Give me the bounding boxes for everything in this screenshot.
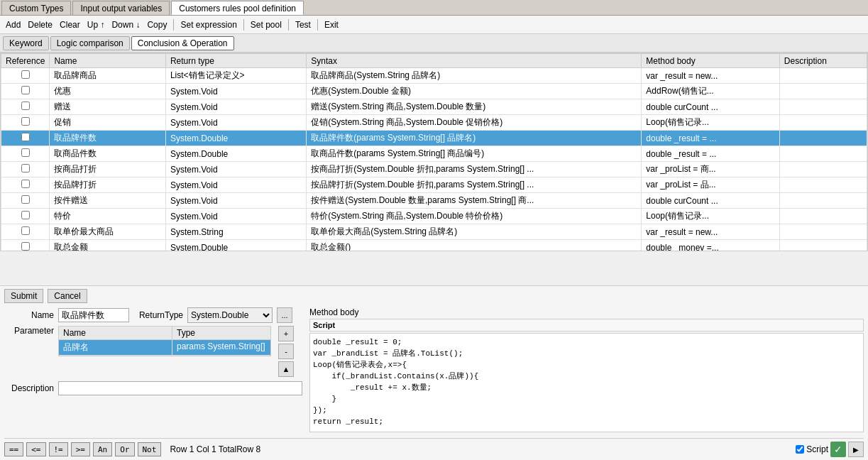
ok-icon[interactable]: ✓ <box>830 442 846 457</box>
table-row[interactable]: 取总金额 System.Double 取总金额() double _money … <box>1 240 867 252</box>
move-param-button[interactable]: ▲ <box>278 361 294 377</box>
row-name: 按品牌打折 <box>50 177 166 193</box>
op-an-button[interactable]: An <box>93 442 112 456</box>
delete-button[interactable]: Delete <box>25 19 55 31</box>
op-not-button[interactable]: Not <box>138 442 162 456</box>
down-button[interactable]: Down ↓ <box>109 19 143 31</box>
row-checkbox[interactable] <box>21 180 30 188</box>
status-text: Row 1 Col 1 TotalRow 8 <box>170 444 793 454</box>
row-syntax: 按商品打折(System.Double 折扣,params System.Str… <box>307 162 642 177</box>
row-checkbox-cell <box>1 68 50 84</box>
test-button[interactable]: Test <box>292 19 314 31</box>
sub-tab-conclusion[interactable]: Conclusion & Operation <box>131 36 234 50</box>
table-row[interactable]: 按件赠送 System.Void 按件赠送(System.Double 数量,p… <box>1 193 867 209</box>
desc-input[interactable] <box>58 381 302 395</box>
script-area[interactable]: double _result = 0; var _brandList = 品牌名… <box>309 333 864 432</box>
param-header: Name Type <box>59 327 270 340</box>
row-name: 按商品打折 <box>50 162 166 177</box>
data-table-container[interactable]: Reference Name Return type Syntax Method… <box>0 53 868 251</box>
row-checkbox[interactable] <box>21 148 30 157</box>
row-checkbox[interactable] <box>21 117 30 126</box>
clear-button[interactable]: Clear <box>57 19 83 31</box>
table-row[interactable]: 优惠 System.Void 优惠(System.Double 金额) AddR… <box>1 84 867 99</box>
cancel-button[interactable]: Cancel <box>48 289 87 303</box>
row-checkbox[interactable] <box>21 133 30 141</box>
table-row[interactable]: 特价 System.Void 特价(System.String 商品,Syste… <box>1 209 867 224</box>
param-buttons: + - ▲ <box>278 326 294 377</box>
script-checkbox[interactable] <box>796 445 804 454</box>
up-button[interactable]: Up ↑ <box>84 19 108 31</box>
row-checkbox[interactable] <box>21 70 30 79</box>
sub-tab-bar: Keyword Logic comparison Conclusion & Op… <box>0 34 868 53</box>
row-name: 特价 <box>50 209 166 224</box>
submit-button[interactable]: Submit <box>4 289 43 303</box>
set-pool-button[interactable]: Set pool <box>248 19 285 31</box>
row-checkbox[interactable] <box>21 102 30 110</box>
row-checkbox[interactable] <box>21 86 30 94</box>
table-row[interactable]: 取商品件数 System.Double 取商品件数(params System.… <box>1 146 867 162</box>
toolbar: Add Delete Clear Up ↑ Down ↓ Copy Set ex… <box>0 16 868 34</box>
row-checkbox-cell <box>1 209 50 224</box>
row-checkbox[interactable] <box>21 164 30 172</box>
row-checkbox[interactable] <box>21 242 30 251</box>
remove-param-button[interactable]: - <box>278 344 294 359</box>
exit-button[interactable]: Exit <box>322 19 341 31</box>
copy-button[interactable]: Copy <box>144 19 170 31</box>
param-row: Parameter Name Type 品牌名 params System.St… <box>4 326 302 377</box>
table-row[interactable]: 取品牌件数 System.Double 取品牌件数(params System.… <box>1 131 867 146</box>
bottom-op-bar: == <= != >= An Or Not Row 1 Col 1 TotalR… <box>4 438 864 457</box>
op-eq-button[interactable]: == <box>4 442 23 456</box>
method-body-area: Method body Script double _result = 0; v… <box>309 307 864 432</box>
row-return-type: System.Void <box>165 115 306 131</box>
row-checkbox[interactable] <box>21 211 30 219</box>
op-neq-button[interactable]: != <box>49 442 68 456</box>
table-row[interactable]: 取品牌商品 List<销售记录定义> 取品牌商品(System.String 品… <box>1 68 867 84</box>
row-syntax: 按品牌打折(System.Double 折扣,params System.Str… <box>307 177 642 193</box>
row-checkbox[interactable] <box>21 195 30 204</box>
add-button[interactable]: Add <box>3 19 23 31</box>
separator4 <box>317 19 318 31</box>
separator <box>173 19 174 31</box>
row-method-body: Loop(销售记录... <box>642 115 780 131</box>
row-name: 取单价最大商品 <box>50 224 166 240</box>
row-syntax: 取品牌商品(System.String 品牌名) <box>307 68 642 84</box>
col-return: Return type <box>165 54 306 68</box>
tab-customers-rules[interactable]: Customers rules pool definition <box>171 1 304 15</box>
name-row: Name ReturnType System.Double System.Str… <box>4 307 302 323</box>
method-body-label: Method body <box>309 307 864 317</box>
table-row[interactable]: 按商品打折 System.Void 按商品打折(System.Double 折扣… <box>1 162 867 177</box>
tab-bar: Custom Types Input output variables Cust… <box>0 0 868 16</box>
row-checkbox-cell <box>1 224 50 240</box>
row-syntax: 取单价最大商品(System.String 品牌名) <box>307 224 642 240</box>
browse-return-type-button[interactable]: ... <box>277 307 292 323</box>
sub-tab-keyword[interactable]: Keyword <box>3 36 49 50</box>
row-description <box>779 224 867 240</box>
table-row[interactable]: 促销 System.Void 促销(System.String 商品,Syste… <box>1 115 867 131</box>
param-name-cell: 品牌名 <box>59 340 172 355</box>
row-method-body: double _result = ... <box>642 131 780 146</box>
row-syntax: 取品牌件数(params System.String[] 品牌名) <box>307 131 642 146</box>
row-checkbox[interactable] <box>21 226 30 235</box>
row-description <box>779 162 867 177</box>
tab-input-output[interactable]: Input output variables <box>72 1 170 15</box>
name-input[interactable] <box>58 308 129 322</box>
row-return-type: System.Void <box>165 162 306 177</box>
run-icon[interactable]: ▶ <box>848 442 864 457</box>
table-row[interactable]: 按品牌打折 System.Void 按品牌打折(System.Double 折扣… <box>1 177 867 193</box>
sub-tab-logic[interactable]: Logic comparison <box>50 36 130 50</box>
op-gte-button[interactable]: >= <box>71 442 90 456</box>
table-row[interactable]: 赠送 System.Void 赠送(System.String 商品,Syste… <box>1 99 867 115</box>
add-param-button[interactable]: + <box>278 326 294 341</box>
op-or-button[interactable]: Or <box>115 442 134 456</box>
row-description <box>779 84 867 99</box>
row-method-body: AddRow(销售记... <box>642 84 780 99</box>
param-row-0[interactable]: 品牌名 params System.String[] <box>59 340 270 356</box>
return-type-select[interactable]: System.Double System.String System.Void … <box>187 307 273 323</box>
op-lte-button[interactable]: <= <box>26 442 45 456</box>
row-syntax: 按件赠送(System.Double 数量,params System.Stri… <box>307 193 642 209</box>
set-expression-button[interactable]: Set expression <box>177 19 239 31</box>
row-return-type: System.Double <box>165 240 306 252</box>
table-row[interactable]: 取单价最大商品 System.String 取单价最大商品(System.Str… <box>1 224 867 240</box>
tab-custom-types[interactable]: Custom Types <box>1 1 71 15</box>
row-description <box>779 193 867 209</box>
